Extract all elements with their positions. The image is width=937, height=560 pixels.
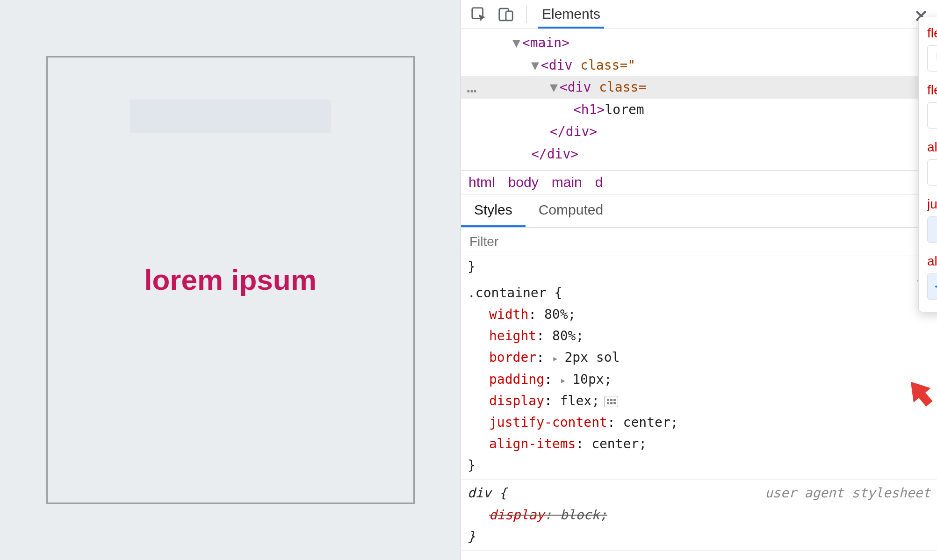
breadcrumb-html[interactable]: html [468, 174, 495, 190]
dom-tree[interactable]: ▼<main> ▼<div class=" ▼<div class= <h1>l… [461, 29, 937, 171]
css-decl-display[interactable]: display: flex; [468, 390, 930, 412]
dom-node-main[interactable]: ▼<main> [461, 32, 937, 54]
dom-node-selected[interactable]: ▼<div class= [461, 76, 937, 99]
css-decl-display-block[interactable]: display: block; [468, 504, 930, 526]
group-flex-wrap: flex-wrap: nowrap [927, 83, 937, 129]
css-decl-border[interactable]: border: ▸ 2px sol [468, 347, 930, 368]
css-selector[interactable]: .container { [468, 282, 930, 304]
devtools-panel: Elements ▼<main> ▼<div class=" ▼<div cla… [461, 0, 937, 560]
label-align-content: align-content [927, 140, 937, 154]
toolbar-separator [526, 6, 527, 23]
label-flex-direction: flex-direction [927, 26, 937, 40]
label-flex-wrap: flex-wrap [927, 83, 937, 97]
group-align-items: align-items: center A [927, 254, 937, 300]
label-align-items: align-items [927, 254, 937, 268]
css-decl-justify-content[interactable]: justify-content: center; [468, 412, 930, 433]
align-items-center-button[interactable] [927, 273, 937, 300]
css-decl-padding[interactable]: padding: ▸ 10px; [468, 369, 930, 390]
css-decl-width[interactable]: width: 80%; [468, 304, 930, 325]
tab-styles[interactable]: Styles [461, 194, 526, 227]
css-rule-ua-div[interactable]: user agent stylesheet div { display: blo… [461, 480, 937, 551]
dom-breadcrumb[interactable]: html body main d [461, 171, 937, 194]
breadcrumb-body[interactable]: body [508, 174, 539, 190]
container-div: lorem ipsum [46, 56, 415, 504]
breadcrumb-main[interactable]: main [552, 174, 582, 190]
dom-node-h1[interactable]: <h1>lorem [461, 99, 937, 121]
inspection-highlight [130, 100, 331, 133]
group-align-content: align-content: normal [927, 140, 937, 186]
dom-node-close2[interactable]: </div> [461, 143, 937, 165]
styles-filter-input[interactable] [461, 228, 937, 256]
svg-rect-2 [506, 11, 512, 20]
css-decl-align-items[interactable]: align-items: center; [468, 433, 930, 455]
page-preview: lorem ipsum [0, 0, 461, 560]
css-brace-close-ua: } [468, 526, 930, 547]
dom-node-close1[interactable]: </div> [461, 121, 937, 143]
tab-computed[interactable]: Computed [526, 194, 616, 227]
breadcrumb-div[interactable]: d [595, 174, 603, 190]
flex-wrap-nowrap-button[interactable] [927, 102, 937, 129]
dom-node-div-wrapper[interactable]: ▼<div class=" [461, 54, 937, 77]
label-justify-content: justify-content [927, 197, 937, 211]
styles-subtabs: Styles Computed [461, 194, 937, 228]
tab-elements[interactable]: Elements [538, 0, 604, 29]
device-toggle-icon[interactable] [497, 5, 515, 24]
flexbox-editor-popover: flex-direction: row flex-wrap: nowrap al… [918, 17, 937, 312]
align-content-center-button[interactable] [927, 159, 937, 186]
devtools-toolbar: Elements [461, 0, 937, 29]
group-flex-direction: flex-direction: row [927, 26, 937, 72]
css-decl-height[interactable]: height: 80%; [468, 325, 930, 347]
flex-direction-row-button[interactable] [927, 45, 937, 72]
heading-lorem: lorem ipsum [144, 263, 317, 296]
styles-pane[interactable]: } 13 .container { width: 80%;height: 80%… [461, 256, 937, 560]
css-rule-container[interactable]: .container { width: 80%;height: 80%;bord… [461, 280, 937, 480]
group-justify-content: justify-content: center [927, 197, 937, 243]
ua-source-label: user agent stylesheet [765, 482, 930, 504]
css-brace-close: } [468, 455, 930, 476]
flex-editor-icon[interactable] [604, 396, 618, 407]
inspect-icon[interactable] [469, 5, 488, 24]
styles-filter-row [461, 228, 937, 256]
justify-content-center-button[interactable] [927, 216, 937, 243]
